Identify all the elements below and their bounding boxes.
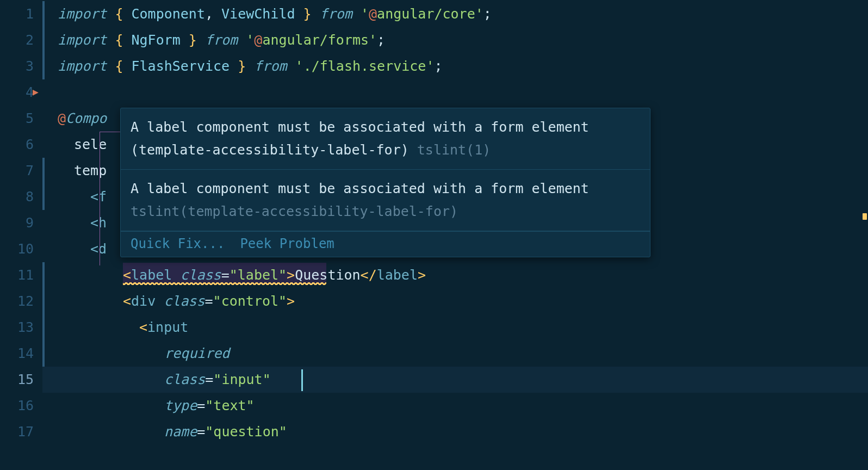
line-number: 4 bbox=[0, 79, 34, 106]
code-line[interactable]: import { Component, ViewChild } from '@a… bbox=[42, 1, 868, 27]
line-number: 15 bbox=[0, 367, 34, 393]
line-number: 8 bbox=[0, 184, 34, 210]
code-line[interactable]: name="question" bbox=[42, 419, 868, 445]
line-number: 7 bbox=[0, 158, 34, 184]
line-number: 16 bbox=[0, 393, 34, 419]
diagnostic-text: A label component must be associated wit… bbox=[131, 181, 589, 196]
diagnostic-message: A label component must be associated wit… bbox=[121, 170, 650, 231]
line-number: 3 bbox=[0, 53, 34, 79]
code-line[interactable]: <input bbox=[42, 314, 868, 341]
code-line[interactable]: class="input" bbox=[42, 367, 868, 393]
peek-problem-action[interactable]: Peek Problem bbox=[240, 236, 334, 251]
diagnostic-actions: Quick Fix... Peek Problem bbox=[121, 231, 650, 257]
code-line[interactable]: import { FlashService } from './flash.se… bbox=[42, 53, 868, 79]
line-number: 2 bbox=[0, 27, 34, 53]
line-number: 12 bbox=[0, 288, 34, 314]
warning-squiggly bbox=[123, 282, 326, 285]
code-line[interactable]: <div class="control"> bbox=[42, 288, 868, 314]
line-number: 14 bbox=[0, 341, 34, 367]
diagnostic-text: A label component must be associated wit… bbox=[131, 119, 589, 158]
code-line[interactable]: import { NgForm } from '@angular/forms'; bbox=[42, 27, 868, 53]
diagnostic-source: tslint(1) bbox=[417, 142, 491, 158]
code-line[interactable]: required bbox=[42, 341, 868, 367]
line-number-gutter: 1 2 3 4 5 6 7 8 9 10 11 12 13 14 15 16 1… bbox=[0, 0, 42, 470]
line-number: 13 bbox=[0, 314, 34, 341]
fold-marker-icon[interactable]: ▶ bbox=[33, 86, 39, 97]
line-number: 11 bbox=[0, 262, 34, 288]
code-line[interactable] bbox=[42, 79, 868, 106]
line-number: 6 bbox=[0, 132, 34, 158]
line-number: 9 bbox=[0, 210, 34, 236]
overview-ruler-marker[interactable] bbox=[863, 213, 867, 220]
line-number: 5 bbox=[0, 106, 34, 132]
quick-fix-action[interactable]: Quick Fix... bbox=[131, 236, 225, 251]
diagnostic-source: tslint(template-accessibility-label-for) bbox=[131, 203, 458, 219]
line-number: 10 bbox=[0, 236, 34, 262]
diagnostic-message: A label component must be associated wit… bbox=[121, 108, 650, 170]
diagnostic-hover-popup: A label component must be associated wit… bbox=[120, 108, 650, 257]
line-number: 1 bbox=[0, 1, 34, 27]
code-line[interactable]: type="text" bbox=[42, 393, 868, 419]
line-number: 17 bbox=[0, 419, 34, 445]
text-cursor bbox=[301, 369, 303, 391]
